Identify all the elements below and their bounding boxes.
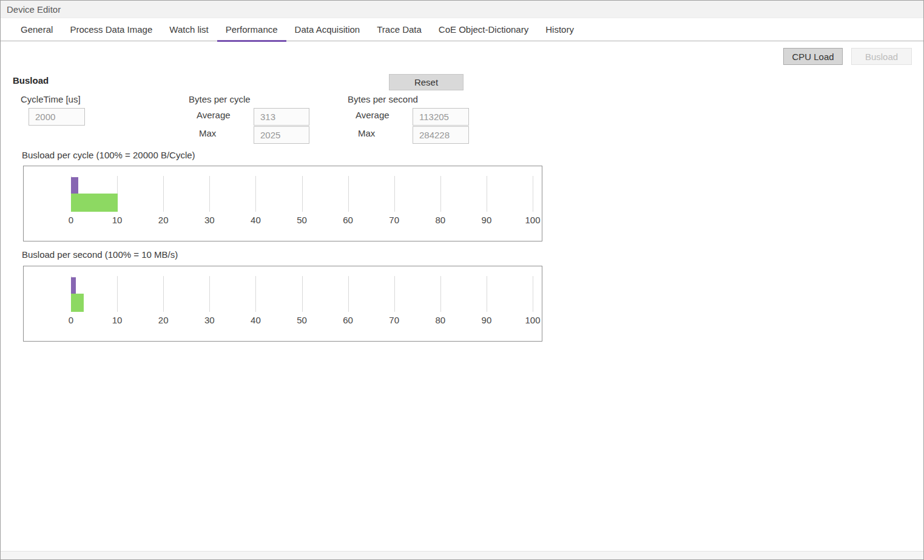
axis-tick-label: 50 [297,315,307,325]
axis-tick-label: 60 [343,215,353,225]
chart-x-axis-labels: 0102030405060708090100 [71,215,533,227]
axis-tick-label: 10 [112,315,123,325]
max-bar [71,294,84,312]
bpc-average-label: Average [197,110,231,120]
tab-watch-list[interactable]: Watch list [161,18,217,41]
bpc-average-input [254,108,309,126]
bpc-max-input [254,126,309,144]
busload-per-cycle-chart: 0102030405060708090100 [23,166,542,241]
tab-coe-object-dictionary[interactable]: CoE Object-Dictionary [430,18,537,41]
axis-tick [487,276,487,312]
axis-tick-label: 70 [389,315,399,325]
busload-button: Busload [851,48,912,65]
axis-tick-label: 30 [204,315,215,325]
status-bar [1,551,923,559]
tab-process-data-image[interactable]: Process Data Image [61,18,161,41]
busload-per-second-chart-title: Busload per second (100% = 10 MB/s) [22,249,178,260]
tab-data-acquisition[interactable]: Data Acquisition [286,18,369,41]
axis-tick-label: 80 [435,315,445,325]
bps-max-input [413,126,469,144]
cycletime-input [29,108,85,126]
bpc-max-label: Max [199,128,216,138]
average-bar [71,177,78,194]
axis-tick [533,176,533,212]
bytes-per-second-label: Bytes per second [348,94,418,104]
axis-tick-label: 70 [389,215,399,225]
reset-button[interactable]: Reset [389,74,464,90]
axis-tick [255,176,256,212]
axis-tick-label: 80 [435,215,445,225]
axis-tick-label: 100 [525,315,540,325]
chart-plot-area [71,276,533,312]
axis-tick [440,176,441,212]
axis-tick [255,276,256,312]
axis-tick [533,276,533,312]
bps-average-label: Average [356,110,389,120]
axis-tick-label: 40 [251,315,261,325]
axis-tick-label: 90 [482,215,492,225]
axis-tick [302,176,303,212]
busload-heading: Busload [13,75,49,86]
axis-tick-label: 10 [112,215,123,225]
axis-tick [163,276,164,312]
axis-tick-label: 100 [525,215,540,225]
performance-tab-content: CPU Load Busload Busload Reset CycleTime… [1,42,923,551]
cpu-load-button[interactable]: CPU Load [783,48,843,65]
tab-bar: GeneralProcess Data ImageWatch listPerfo… [1,18,923,41]
axis-tick [163,176,164,212]
axis-tick-label: 0 [69,215,73,225]
chart-plot-area [71,176,533,212]
axis-tick-label: 50 [297,215,307,225]
axis-tick-label: 90 [482,315,492,325]
max-bar [71,194,118,212]
busload-per-second-chart: 0102030405060708090100 [23,266,542,342]
average-bar [71,277,76,294]
busload-per-cycle-chart-title: Busload per cycle (100% = 20000 B/Cycle) [22,150,195,160]
axis-tick-label: 60 [343,315,353,325]
cycletime-label: CycleTime [us] [21,94,81,104]
axis-tick [209,176,210,212]
axis-tick [394,176,395,212]
axis-tick [302,276,303,312]
axis-tick-label: 20 [158,215,169,225]
chart-x-axis-labels: 0102030405060708090100 [71,315,533,327]
window-title: Device Editor [7,4,61,15]
axis-tick-label: 20 [158,315,169,325]
bps-average-input [413,108,469,126]
axis-tick [440,276,441,312]
bytes-per-cycle-label: Bytes per cycle [189,94,251,104]
device-editor-window: Device Editor GeneralProcess Data ImageW… [0,0,924,560]
tab-history[interactable]: History [537,18,582,41]
axis-tick-label: 0 [69,315,73,325]
tab-general[interactable]: General [12,18,61,41]
tab-performance[interactable]: Performance [217,18,286,41]
axis-tick [348,276,349,312]
window-titlebar: Device Editor [1,1,923,18]
axis-tick [487,176,487,212]
tab-trace-data[interactable]: Trace Data [368,18,430,41]
axis-tick [394,276,395,312]
axis-tick [348,176,349,212]
axis-tick [209,276,210,312]
axis-tick-label: 40 [251,215,261,225]
axis-tick [117,276,118,312]
axis-tick-label: 30 [204,215,215,225]
bps-max-label: Max [358,128,375,138]
